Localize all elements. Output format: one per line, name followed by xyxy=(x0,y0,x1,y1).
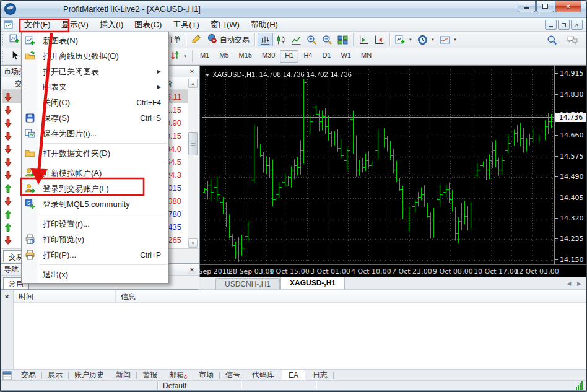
timeframe-w1[interactable]: W1 xyxy=(336,50,357,63)
file-menu-item[interactable]: 打开数据文件夹(D) xyxy=(22,146,168,161)
scroll-down-icon[interactable]: ▼ xyxy=(188,238,198,248)
status-connection-cell xyxy=(1,381,157,390)
price-axis[interactable]: 14.91514.83014.74514.66014.57514.49014.4… xyxy=(554,66,587,264)
trend-down-icon xyxy=(3,196,13,206)
child-restore-button[interactable] xyxy=(558,20,570,30)
terminal-tab-10[interactable]: EA xyxy=(282,370,305,381)
scroll-up-icon[interactable]: ▲ xyxy=(188,79,198,88)
terminal-tab-6[interactable]: 邮箱6 xyxy=(163,369,193,381)
column-time[interactable]: 时间 xyxy=(14,290,116,302)
file-menu-item[interactable]: 新图表(N) xyxy=(22,33,168,48)
save-icon xyxy=(25,113,35,123)
menu-h[interactable]: 帮助(H) xyxy=(245,17,284,32)
tile-windows-button[interactable] xyxy=(335,33,350,46)
file-menu-item[interactable]: 保存为图片(i)... xyxy=(22,126,168,141)
menu-separator xyxy=(39,214,167,214)
column-message[interactable]: 信息 xyxy=(116,290,141,302)
file-menu-item[interactable]: 退出(x) xyxy=(22,267,168,282)
timeframe-m1[interactable]: M1 xyxy=(195,50,214,63)
file-menu-item[interactable]: 5登录到MQL5.community xyxy=(22,196,168,212)
menu-item-label: 打开已关闭图表 xyxy=(43,66,99,77)
timeframe-mn[interactable]: MN xyxy=(356,50,376,63)
time-axis[interactable]: 26 Sep 201828 Sep 03:001 Oct 15:003 Oct … xyxy=(200,264,587,277)
periods-clock-button[interactable]: ▼ xyxy=(415,33,437,46)
terminal-tab-8[interactable]: 信号 xyxy=(220,369,246,381)
zoom-out-button[interactable] xyxy=(320,33,335,46)
new-chart-button[interactable] xyxy=(7,33,22,46)
menu-c[interactable]: 图表(C) xyxy=(129,17,167,32)
file-menu-item[interactable]: 登录到交易账户(L) xyxy=(22,181,168,196)
chat-button[interactable] xyxy=(565,33,580,46)
file-menu-item[interactable]: 打印(P)...Ctrl+P xyxy=(22,247,168,263)
status-bar: Default xyxy=(1,380,587,390)
tab-scroll-right-icon[interactable]: ▶ xyxy=(577,281,581,287)
metaeditor-button[interactable] xyxy=(189,33,204,46)
status-profile[interactable]: Default xyxy=(158,381,241,390)
toolbar-grip[interactable] xyxy=(2,51,5,62)
scrollbar-thumb[interactable] xyxy=(188,132,198,155)
menu-t[interactable]: 工具(T) xyxy=(167,17,205,32)
file-menu-item[interactable]: 打开已关闭图表▶ xyxy=(22,64,168,79)
timeframe-h1[interactable]: H1 xyxy=(280,50,298,63)
timeframe-d1[interactable]: D1 xyxy=(317,50,336,63)
menu-i[interactable]: 插入(I) xyxy=(94,17,129,32)
chart-tab-xagusdh1[interactable]: XAGUSD-,H1 xyxy=(280,277,345,289)
bar-chart-button[interactable] xyxy=(258,33,273,46)
child-close-button[interactable]: × xyxy=(571,20,583,30)
file-menu-item[interactable]: 图表夹▶ xyxy=(22,79,168,95)
file-menu-item[interactable]: 关闭(C)Ctrl+F4 xyxy=(22,95,168,110)
file-menu-item[interactable]: 保存(S)Ctrl+S xyxy=(22,110,168,126)
close-icon[interactable]: × xyxy=(188,68,196,76)
line-chart-button[interactable] xyxy=(289,33,304,46)
terminal-tab-5[interactable]: 警报 xyxy=(137,369,163,381)
terminal-tab-7[interactable]: 市场 xyxy=(193,369,219,381)
terminal-tab-3[interactable]: 账户历史 xyxy=(69,369,110,381)
chart-symbol-label[interactable]: ▼XAGUSD-,H1. 14.708 14.736 14.702 14.736 xyxy=(205,71,352,78)
menu-item-label: 新图表(N) xyxy=(43,35,78,46)
chart-window[interactable]: ▼XAGUSD-,H1. 14.708 14.736 14.702 14.736… xyxy=(199,65,587,277)
terminal-tab-4[interactable]: 新闻 xyxy=(110,369,136,381)
tab-scroll-left-icon[interactable]: ◀ xyxy=(567,281,571,287)
file-menu-item[interactable]: 打开离线历史数据(O) xyxy=(22,48,168,64)
terminal-tab-9[interactable]: 代码库 xyxy=(246,369,280,381)
restore-button[interactable] xyxy=(536,1,554,12)
symbol-switch-button[interactable]: ▼ xyxy=(167,50,189,63)
terminal-tab-1[interactable]: 交易 xyxy=(15,369,41,381)
price-chart[interactable] xyxy=(202,69,554,264)
file-menu-item[interactable]: 开新模拟帐户(A) xyxy=(22,165,168,181)
trend-up-icon xyxy=(3,183,13,193)
close-icon[interactable]: × xyxy=(2,292,12,301)
terminal-tab-11[interactable]: 日志 xyxy=(307,369,333,381)
terminal-header: 时间 信息 xyxy=(14,290,587,303)
toolbar-grip[interactable] xyxy=(2,34,5,45)
file-menu-item[interactable]: 打印设置(r)... xyxy=(22,216,168,232)
navigator-title: 导航 xyxy=(4,264,19,275)
menu-f[interactable]: 文件(F) xyxy=(19,17,56,32)
chart-shift-button[interactable] xyxy=(356,33,372,46)
auto-scroll-button[interactable] xyxy=(372,33,387,46)
indicators-add-button[interactable]: ▼ xyxy=(393,33,415,46)
auto-trading-button[interactable]: 自动交易 xyxy=(204,33,252,46)
search-button[interactable] xyxy=(544,33,560,46)
timeframe-m5[interactable]: M5 xyxy=(214,50,233,63)
timeframe-m30[interactable]: M30 xyxy=(257,50,280,63)
terminal-tab-2[interactable]: 展示 xyxy=(42,369,68,381)
file-menu-item[interactable]: 打印预览(v) xyxy=(22,232,168,247)
child-minimize-button[interactable] xyxy=(545,20,557,30)
menu-v[interactable]: 显示(V) xyxy=(56,17,94,32)
timeframe-h4[interactable]: H4 xyxy=(298,50,317,63)
candlestick-chart-button[interactable] xyxy=(273,33,289,46)
symbol-switch-icon xyxy=(170,50,180,63)
chart-tab-usdcnhh1[interactable]: USDCNH-,H1 xyxy=(215,278,280,289)
market-watch-scrollbar[interactable]: ▲ ▼ xyxy=(188,79,198,248)
menu-w[interactable]: 窗口(W) xyxy=(205,17,245,32)
menu-item-label: 打开数据文件夹(D) xyxy=(43,148,110,159)
templates-button[interactable]: ▼ xyxy=(437,33,459,46)
cursor-button[interactable] xyxy=(7,50,22,63)
close-button[interactable]: × xyxy=(555,1,581,12)
price-tick-label: 14.405 xyxy=(560,194,584,202)
menu-item-label: 图表夹 xyxy=(43,82,67,93)
timeframe-m15[interactable]: M15 xyxy=(234,50,257,63)
minimize-button[interactable] xyxy=(518,1,536,12)
zoom-in-button[interactable] xyxy=(304,33,320,46)
